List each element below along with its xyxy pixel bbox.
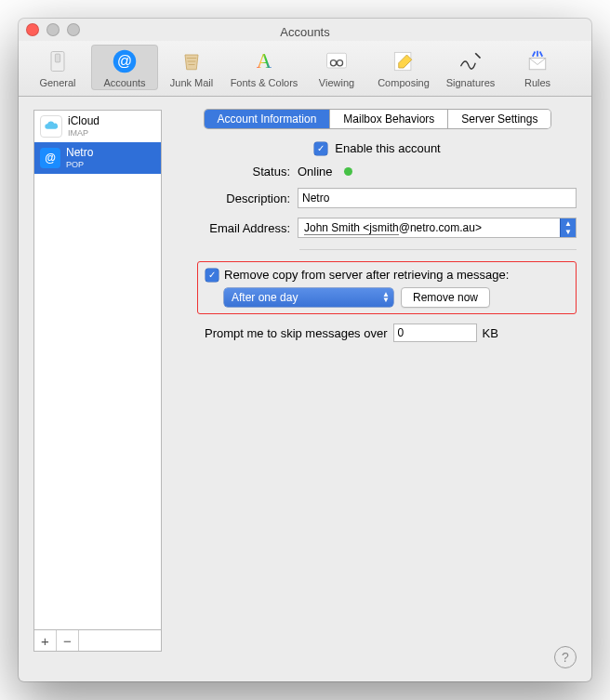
toolbar-label: Junk Mail [170, 77, 213, 88]
preferences-toolbar: General @ Accounts Junk Mail A Fonts & C… [19, 41, 591, 97]
svg-text:@: @ [117, 53, 132, 69]
close-window-button[interactable] [26, 23, 39, 36]
account-name: iCloud [68, 115, 99, 128]
chevron-updown-icon: ▲▼ [560, 218, 576, 237]
skip-messages-label: Prompt me to skip messages over [205, 326, 388, 340]
glasses-icon [324, 48, 350, 74]
remove-copy-label: Remove copy from server after retrieving… [224, 268, 509, 282]
remove-now-button[interactable]: Remove now [401, 287, 490, 308]
minimize-window-button[interactable] [46, 23, 60, 36]
account-item-icloud[interactable]: iCloud IMAP [34, 111, 161, 142]
skip-unit-label: KB [483, 326, 498, 340]
svg-text:A: A [257, 49, 272, 73]
compose-icon [391, 48, 417, 74]
skip-size-input[interactable] [393, 324, 477, 342]
svg-rect-1 [55, 54, 60, 62]
recycle-bin-icon [179, 48, 205, 74]
svg-rect-5 [327, 53, 347, 68]
remove-copy-highlight: ✓ Remove copy from server after retrievi… [197, 261, 577, 314]
accounts-list: iCloud IMAP @ Netro POP [33, 110, 162, 629]
remove-after-value: After one day [232, 291, 298, 304]
toolbar-label: Composing [378, 77, 430, 88]
enable-account-label: Enable this account [335, 141, 440, 155]
toolbar-rules[interactable]: Rules [504, 45, 571, 90]
status-indicator-icon [344, 167, 352, 176]
toolbar-label: General [39, 77, 75, 88]
help-button[interactable]: ? [554, 646, 577, 668]
account-type: POP [66, 160, 93, 169]
fonts-colors-icon: A [251, 48, 277, 74]
toolbar-junk-mail[interactable]: Junk Mail [158, 45, 225, 90]
divider [299, 249, 577, 250]
account-item-netro[interactable]: @ Netro POP [34, 142, 161, 174]
toolbar-composing[interactable]: Composing [370, 45, 437, 90]
remove-copy-checkbox[interactable]: ✓ [206, 269, 219, 282]
zoom-window-button[interactable] [67, 23, 80, 36]
toolbar-label: Viewing [319, 77, 354, 88]
toolbar-fonts-colors[interactable]: A Fonts & Colors [225, 45, 303, 90]
tab-mailbox-behaviors[interactable]: Mailbox Behaviors [330, 110, 448, 128]
switch-icon [45, 48, 71, 74]
toolbar-general[interactable]: General [24, 45, 91, 90]
remove-account-button[interactable]: − [57, 630, 79, 651]
window-title: Accounts [280, 25, 329, 39]
status-value: Online [298, 165, 333, 178]
enable-account-checkbox[interactable]: ✓ [314, 142, 327, 155]
toolbar-label: Accounts [103, 77, 145, 88]
tab-account-information[interactable]: Account Information [205, 110, 331, 128]
toolbar-label: Rules [524, 77, 550, 88]
email-address-select[interactable]: John Smith <jsmith@netro.com.au> ▲▼ [298, 218, 577, 238]
toolbar-accounts[interactable]: @ Accounts [91, 45, 158, 90]
toolbar-label: Signatures [446, 77, 496, 88]
cloud-icon [40, 115, 62, 138]
description-input[interactable] [298, 188, 577, 208]
rules-icon [524, 48, 550, 74]
at-icon: @ [112, 48, 138, 74]
add-account-button[interactable]: + [34, 630, 57, 651]
toolbar-label: Fonts & Colors [231, 77, 298, 88]
toolbar-signatures[interactable]: Signatures [437, 45, 504, 90]
signature-icon [458, 48, 484, 74]
description-label: Description: [179, 192, 290, 205]
remove-after-select[interactable]: After one day ▲▼ [224, 288, 393, 307]
tab-server-settings[interactable]: Server Settings [448, 110, 550, 128]
toolbar-viewing[interactable]: Viewing [303, 45, 370, 90]
account-type: IMAP [68, 128, 99, 138]
account-tabs: Account Information Mailbox Behaviors Se… [205, 110, 551, 128]
account-name: Netro [66, 147, 93, 160]
at-icon: @ [40, 148, 60, 168]
email-value: John Smith <jsmith@netro.com.au> [304, 221, 482, 234]
email-label: Email Address: [179, 221, 290, 235]
status-label: Status: [179, 165, 290, 178]
chevron-updown-icon: ▲▼ [382, 292, 390, 302]
